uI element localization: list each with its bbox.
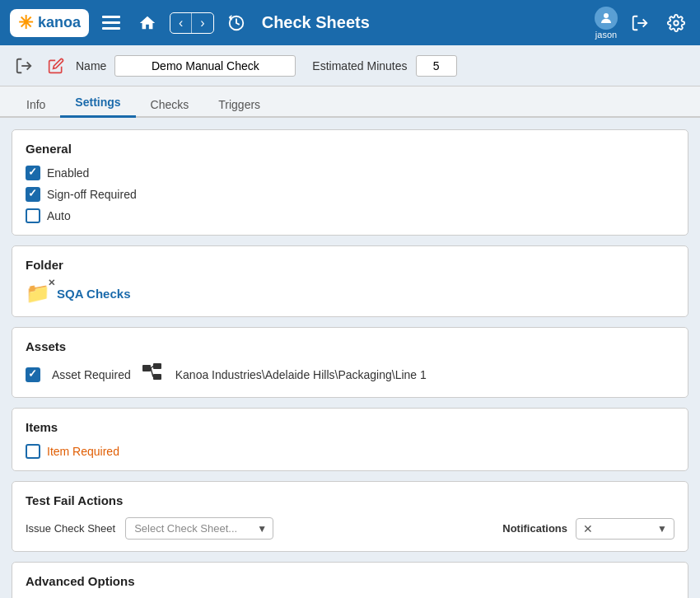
items-title: Items: [26, 420, 674, 434]
edit-button[interactable]: [44, 54, 68, 77]
folder-title: Folder: [26, 258, 674, 272]
issue-label: Issue Check Sheet: [26, 522, 115, 535]
notif-clear-icon[interactable]: ✕: [583, 522, 593, 535]
content: General Enabled Sign-off Required Auto F…: [0, 118, 700, 598]
enabled-row: Enabled: [26, 166, 674, 180]
header: ✳ kanoa ‹ › Check Sheets jason: [0, 0, 700, 45]
asset-required-checkbox[interactable]: [26, 367, 40, 382]
general-card: General Enabled Sign-off Required Auto: [12, 129, 688, 236]
test-fail-title: Test Fail Actions: [26, 493, 674, 507]
item-required-checkbox[interactable]: [26, 444, 40, 459]
est-label: Estimated Minutes: [312, 59, 407, 72]
enabled-checkbox[interactable]: [26, 166, 40, 180]
svg-line-11: [151, 368, 153, 377]
user-section: jason: [595, 7, 618, 40]
item-required-row: Item Required: [26, 444, 674, 459]
notif-section: Notifications ✕ ▼: [502, 518, 674, 540]
assets-card: Assets Asset Required Kanoa Industries\A…: [12, 327, 688, 398]
enabled-label: Enabled: [47, 166, 89, 180]
signoff-row: Sign-off Required: [26, 187, 674, 202]
settings-button[interactable]: [662, 11, 690, 35]
auto-row: Auto: [26, 208, 674, 223]
svg-point-4: [604, 13, 609, 18]
name-label: Name: [76, 59, 106, 72]
signoff-checkbox[interactable]: [26, 187, 40, 202]
svg-point-5: [674, 21, 679, 26]
menu-button[interactable]: [97, 12, 125, 34]
folder-card: Folder 📁 ✕ SQA Checks: [12, 245, 688, 317]
user-avatar: [595, 7, 618, 30]
page-title: Check Sheets: [262, 13, 370, 32]
folder-icon: 📁: [26, 282, 50, 305]
signoff-label: Sign-off Required: [47, 188, 137, 201]
tab-info[interactable]: Info: [12, 91, 60, 118]
svg-rect-1: [102, 21, 120, 24]
issue-select-wrapper: Select Check Sheet... ▼: [125, 517, 273, 540]
svg-line-10: [151, 367, 153, 369]
auto-label: Auto: [47, 209, 71, 222]
issue-select[interactable]: Select Check Sheet...: [125, 517, 273, 540]
svg-rect-9: [153, 374, 161, 380]
exit-button[interactable]: [12, 54, 36, 78]
forward-button[interactable]: ›: [192, 13, 212, 33]
header-right: jason: [595, 7, 690, 40]
est-input[interactable]: [416, 55, 457, 77]
folder-row: 📁 ✕ SQA Checks: [26, 282, 674, 305]
history-button[interactable]: [222, 11, 250, 35]
asset-tree-icon: [142, 363, 164, 385]
test-fail-card: Test Fail Actions Issue Check Sheet Sele…: [12, 481, 688, 552]
svg-rect-2: [102, 27, 120, 30]
folder-icon-wrap: 📁 ✕: [26, 282, 50, 305]
advanced-title: Advanced Options: [26, 574, 674, 588]
folder-remove-button[interactable]: ✕: [48, 278, 55, 288]
tab-checks[interactable]: Checks: [136, 91, 204, 118]
logo-text: kanoa: [38, 14, 81, 31]
svg-rect-8: [153, 363, 161, 369]
logout-button[interactable]: [626, 11, 654, 35]
item-required-label: Item Required: [47, 445, 119, 458]
asset-required-label: Asset Required: [52, 368, 131, 381]
tab-triggers[interactable]: Triggers: [203, 91, 275, 118]
home-button[interactable]: [133, 11, 161, 35]
notif-chevron-icon[interactable]: ▼: [657, 523, 667, 535]
notif-label: Notifications: [502, 522, 567, 535]
tfa-row: Issue Check Sheet Select Check Sheet... …: [26, 517, 674, 540]
tab-settings[interactable]: Settings: [60, 89, 135, 118]
user-name: jason: [595, 30, 617, 40]
nav-arrows: ‹ ›: [170, 12, 214, 34]
assets-row: Asset Required Kanoa Industries\Adelaide…: [26, 363, 674, 385]
logo-star-icon: ✳: [18, 12, 33, 34]
assets-title: Assets: [26, 339, 674, 353]
svg-rect-0: [102, 16, 120, 18]
name-input[interactable]: [114, 55, 296, 77]
back-button[interactable]: ‹: [170, 13, 191, 33]
general-title: General: [26, 142, 674, 156]
toolbar: Name Estimated Minutes: [0, 45, 700, 86]
asset-path: Kanoa Industries\Adelaide Hills\Packagin…: [175, 368, 427, 381]
notif-select-wrapper[interactable]: ✕ ▼: [576, 518, 674, 540]
advanced-card: Advanced Options Sync Date Select Check.…: [12, 562, 688, 598]
auto-checkbox[interactable]: [26, 208, 40, 223]
svg-rect-7: [142, 365, 151, 371]
items-card: Items Item Required: [12, 408, 688, 471]
folder-name: SQA Checks: [57, 287, 130, 301]
tabs: Info Settings Checks Triggers: [0, 86, 700, 118]
logo: ✳ kanoa: [10, 9, 89, 37]
